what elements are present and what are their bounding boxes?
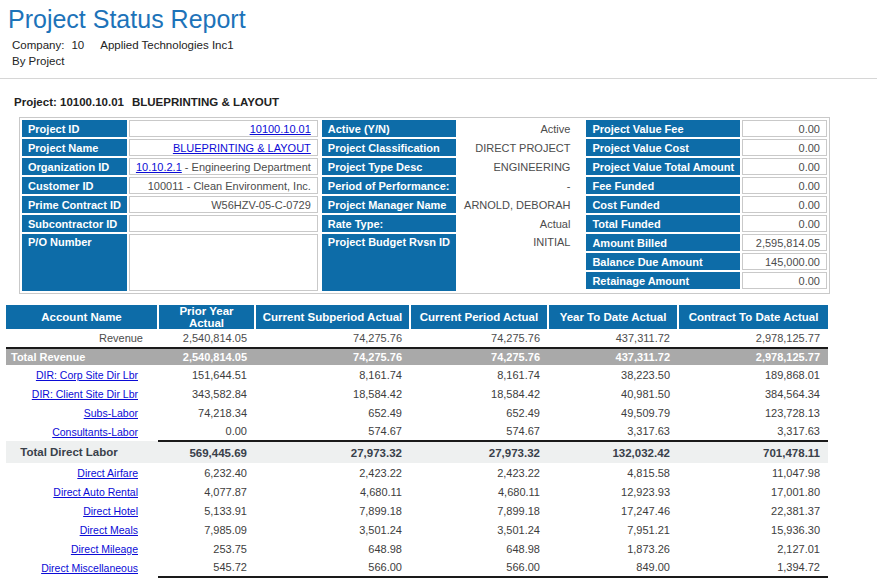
- account-link[interactable]: DIR: Corp Site Dir Lbr: [36, 369, 138, 381]
- detail-row: Active (Y/N)Active: [322, 120, 577, 137]
- detail-row: Fee Funded0.00: [586, 177, 827, 194]
- account-name-cell: Direct Mileage: [6, 539, 158, 558]
- detail-label: Cost Funded: [586, 196, 740, 213]
- amount-cell: 0.00: [158, 422, 255, 441]
- amount-cell: 6,232.40: [158, 463, 255, 482]
- amount-cell: 8,161.74: [255, 365, 410, 384]
- detail-value: 0.00: [742, 158, 827, 175]
- account-row: Direct Hotel5,133.917,899.187,899.1817,2…: [6, 501, 828, 520]
- detail-label: Active (Y/N): [322, 120, 456, 137]
- detail-value: 0.00: [742, 177, 827, 194]
- amount-cell: 2,978,125.77: [678, 329, 828, 348]
- detail-value: BLUEPRINTING & LAYOUT: [129, 139, 318, 156]
- company-name: Applied Technologies Inc1: [100, 39, 233, 51]
- detail-row: Project ClassificationDIRECT PROJECT: [322, 139, 577, 156]
- detail-value: 0.00: [742, 272, 827, 289]
- report-header: Project Status Report Company:10Applied …: [0, 5, 877, 108]
- amount-cell: 7,951.21: [548, 520, 678, 539]
- detail-label: Total Funded: [586, 215, 740, 232]
- account-row: Direct Mileage253.75648.98648.981,873.26…: [6, 539, 828, 558]
- detail-value: ARNOLD, DEBORAH: [458, 196, 576, 213]
- account-name-cell: Direct Hotel: [6, 501, 158, 520]
- account-row: Subs-Labor74,218.34652.49652.4949,509.79…: [6, 403, 828, 422]
- detail-label: Prime Contract ID: [22, 196, 127, 213]
- detail-label: Project Type Desc: [322, 158, 456, 175]
- detail-value-link[interactable]: 10.10.2.1: [136, 161, 182, 173]
- amount-cell: 8,161.74: [410, 365, 548, 384]
- detail-row: Total Funded0.00: [586, 215, 827, 232]
- account-table: Account NamePrior Year ActualCurrent Sub…: [6, 305, 828, 579]
- detail-value-link[interactable]: BLUEPRINTING & LAYOUT: [173, 142, 311, 154]
- detail-value: 10.10.2.1 - Engineering Department: [129, 158, 318, 175]
- detail-row: Project Value Cost0.00: [586, 139, 827, 156]
- detail-label: Organization ID: [22, 158, 127, 175]
- project-code: Project: 10100.10.01: [14, 96, 124, 108]
- account-link[interactable]: Direct Hotel: [83, 505, 138, 517]
- account-link[interactable]: Subs-Labor: [84, 407, 138, 419]
- account-link[interactable]: Direct Auto Rental: [53, 486, 138, 498]
- amount-cell: 566.00: [410, 558, 548, 577]
- account-name-cell: Revenue: [6, 329, 158, 348]
- amount-cell: 74,218.34: [158, 403, 255, 422]
- amount-cell: 253.75: [158, 539, 255, 558]
- detail-label: Project Name: [22, 139, 127, 156]
- account-link[interactable]: Consultants-Labor: [52, 426, 138, 438]
- detail-row: Prime Contract IDW56HZV-05-C-0729: [22, 196, 318, 213]
- detail-label: P/O Number: [22, 234, 127, 291]
- amount-cell: 22,381.37: [678, 501, 828, 520]
- detail-row: Period of Performance:-: [322, 177, 577, 194]
- detail-value: DIRECT PROJECT: [458, 139, 576, 156]
- detail-row: Project ID10100.10.01: [22, 120, 318, 137]
- amount-cell: 566.00: [255, 558, 410, 577]
- amount-cell: 4,680.11: [255, 482, 410, 501]
- account-row: Direct Airfare6,232.402,423.222,423.224,…: [6, 463, 828, 482]
- grand-row: Total Revenue2,540,814.0574,275.7674,275…: [6, 348, 828, 365]
- account-name-cell: Subs-Labor: [6, 403, 158, 422]
- account-link[interactable]: Direct Miscellaneous: [41, 562, 138, 574]
- detail-value: 10100.10.01: [129, 120, 318, 137]
- amount-cell: 74,275.76: [410, 348, 548, 365]
- amount-cell: 3,501.24: [255, 520, 410, 539]
- account-row: Direct Meals7,985.093,501.243,501.247,95…: [6, 520, 828, 539]
- detail-row: Customer ID100011 - Clean Environment, I…: [22, 177, 318, 194]
- detail-value-link[interactable]: 10100.10.01: [250, 123, 311, 135]
- account-row: Direct Auto Rental4,077.874,680.114,680.…: [6, 482, 828, 501]
- amount-cell: 384,564.34: [678, 384, 828, 403]
- amount-cell: 15,936.30: [678, 520, 828, 539]
- detail-value: 0.00: [742, 215, 827, 232]
- company-code: 10: [71, 39, 84, 51]
- account-row: DIR: Corp Site Dir Lbr151,644.518,161.74…: [6, 365, 828, 384]
- amount-cell: 4,815.58: [548, 463, 678, 482]
- amount-cell: 5,133.91: [158, 501, 255, 520]
- account-link[interactable]: Direct Airfare: [77, 467, 138, 479]
- amount-cell: 132,032.42: [548, 441, 678, 463]
- amount-cell: 3,317.63: [678, 422, 828, 441]
- amount-cell: 12,923.93: [548, 482, 678, 501]
- account-table-header: Account NamePrior Year ActualCurrent Sub…: [6, 305, 828, 329]
- plain-row: Revenue2,540,814.0574,275.7674,275.76437…: [6, 329, 828, 348]
- amount-cell: 574.67: [410, 422, 548, 441]
- account-name-cell: Total Revenue: [6, 348, 158, 365]
- detail-group-right: Project Value Fee0.00Project Value Cost0…: [584, 118, 829, 291]
- amount-cell: 3,501.24: [410, 520, 548, 539]
- project-heading: Project: 10100.10.01BLUEPRINTING & LAYOU…: [14, 96, 877, 108]
- account-link[interactable]: Direct Mileage: [71, 543, 138, 555]
- detail-row: Balance Due Amount145,000.00: [586, 253, 827, 270]
- detail-row: Project Type DescENGINEERING: [322, 158, 577, 175]
- amount-cell: 74,275.76: [255, 348, 410, 365]
- detail-row: Project Value Fee0.00: [586, 120, 827, 137]
- detail-label: Project Value Total Amount: [586, 158, 740, 175]
- account-link[interactable]: Direct Meals: [80, 524, 138, 536]
- amount-cell: 849.00: [548, 558, 678, 577]
- column-header: Year To Date Actual: [548, 305, 678, 329]
- account-name-cell: Total Direct Labor: [6, 441, 158, 463]
- amount-cell: 1,394.72: [678, 558, 828, 577]
- column-header: Prior Year Actual: [158, 305, 255, 329]
- amount-cell: 648.98: [255, 539, 410, 558]
- detail-group-left: Project ID10100.10.01Project NameBLUEPRI…: [20, 118, 320, 293]
- detail-label: Balance Due Amount: [586, 253, 740, 270]
- column-header: Current Subperiod Actual: [255, 305, 410, 329]
- account-link[interactable]: DIR: Client Site Dir Lbr: [32, 388, 138, 400]
- amount-cell: 574.67: [255, 422, 410, 441]
- amount-cell: 701,478.11: [678, 441, 828, 463]
